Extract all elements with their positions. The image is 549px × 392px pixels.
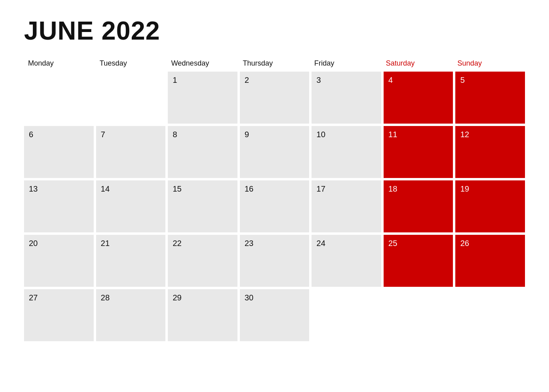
day-cell[interactable]: 23 — [240, 235, 310, 287]
day-cell — [455, 289, 525, 341]
day-number: 12 — [460, 130, 520, 139]
day-cell[interactable]: 13 — [24, 180, 94, 232]
day-number: 1 — [173, 76, 233, 85]
day-cell[interactable]: 7 — [96, 126, 166, 178]
day-number: 14 — [101, 184, 161, 194]
day-number: 28 — [101, 293, 161, 302]
day-number: 13 — [29, 184, 89, 194]
day-number: 16 — [245, 184, 305, 194]
day-number: 24 — [316, 239, 376, 248]
day-header-sunday: Sunday — [453, 58, 525, 69]
day-cell[interactable]: 10 — [312, 126, 381, 178]
day-header-friday: Friday — [310, 58, 382, 69]
day-number: 4 — [388, 76, 448, 85]
day-cell[interactable]: 26 — [455, 235, 525, 287]
page-title: JUNE 2022 — [24, 16, 525, 46]
day-number: 8 — [173, 130, 233, 139]
day-number: 21 — [101, 239, 161, 248]
day-cell[interactable]: 15 — [168, 180, 237, 232]
day-cell[interactable]: 18 — [384, 180, 453, 232]
day-number: 30 — [245, 293, 305, 302]
calendar-grid: 1234567891011121314151617181920212223242… — [24, 72, 525, 341]
day-header-saturday: Saturday — [382, 58, 454, 69]
day-number: 6 — [29, 130, 89, 139]
day-cell — [24, 72, 94, 124]
day-number: 27 — [29, 293, 89, 302]
calendar-header: MondayTuesdayWednesdayThursdayFridaySatu… — [24, 58, 525, 69]
day-cell[interactable]: 29 — [168, 289, 237, 341]
day-cell[interactable]: 1 — [168, 72, 237, 124]
day-cell[interactable]: 19 — [455, 180, 525, 232]
day-cell[interactable]: 17 — [312, 180, 381, 232]
day-number: 9 — [245, 130, 305, 139]
day-cell — [384, 289, 453, 341]
day-number: 5 — [460, 76, 520, 85]
day-cell[interactable]: 28 — [96, 289, 166, 341]
day-number: 25 — [388, 239, 448, 248]
day-number: 10 — [316, 130, 376, 139]
day-cell[interactable]: 9 — [240, 126, 310, 178]
day-cell[interactable]: 20 — [24, 235, 94, 287]
day-header-thursday: Thursday — [239, 58, 310, 69]
day-header-monday: Monday — [24, 58, 96, 69]
day-cell[interactable]: 5 — [455, 72, 525, 124]
day-cell — [312, 289, 381, 341]
day-number: 20 — [29, 239, 89, 248]
day-header-tuesday: Tuesday — [96, 58, 167, 69]
day-cell[interactable]: 11 — [384, 126, 453, 178]
day-cell — [96, 72, 166, 124]
day-number: 17 — [316, 184, 376, 194]
day-cell[interactable]: 30 — [240, 289, 310, 341]
day-number: 22 — [173, 239, 233, 248]
day-number: 7 — [101, 130, 161, 139]
day-cell[interactable]: 25 — [384, 235, 453, 287]
day-cell[interactable]: 8 — [168, 126, 237, 178]
day-number: 18 — [388, 184, 448, 194]
day-number: 11 — [388, 130, 448, 139]
day-cell[interactable]: 21 — [96, 235, 166, 287]
day-cell[interactable]: 27 — [24, 289, 94, 341]
day-header-wednesday: Wednesday — [167, 58, 239, 69]
day-number: 19 — [460, 184, 520, 194]
day-number: 2 — [245, 76, 305, 85]
day-cell[interactable]: 14 — [96, 180, 166, 232]
day-cell[interactable]: 22 — [168, 235, 237, 287]
day-number: 15 — [173, 184, 233, 194]
day-number: 3 — [316, 76, 376, 85]
day-cell[interactable]: 12 — [455, 126, 525, 178]
day-number: 23 — [245, 239, 305, 248]
day-cell[interactable]: 24 — [312, 235, 381, 287]
day-cell[interactable]: 4 — [384, 72, 453, 124]
day-number: 29 — [173, 293, 233, 302]
day-number: 26 — [460, 239, 520, 248]
day-cell[interactable]: 16 — [240, 180, 310, 232]
day-cell[interactable]: 6 — [24, 126, 94, 178]
calendar: MondayTuesdayWednesdayThursdayFridaySatu… — [24, 58, 525, 341]
day-cell[interactable]: 2 — [240, 72, 310, 124]
day-cell[interactable]: 3 — [312, 72, 381, 124]
